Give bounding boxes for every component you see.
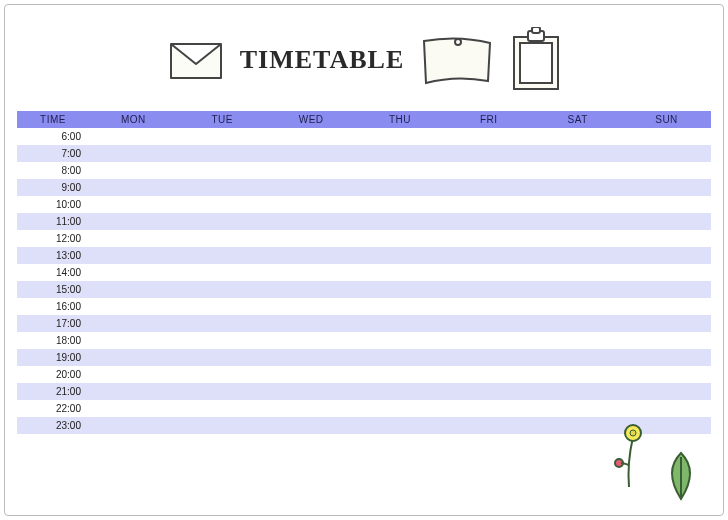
slot-cell[interactable] (89, 332, 178, 349)
slot-cell[interactable] (356, 162, 445, 179)
slot-cell[interactable] (89, 349, 178, 366)
slot-cell[interactable] (533, 128, 622, 145)
slot-cell[interactable] (622, 400, 711, 417)
slot-cell[interactable] (622, 366, 711, 383)
slot-cell[interactable] (178, 349, 267, 366)
slot-cell[interactable] (444, 366, 533, 383)
slot-cell[interactable] (533, 349, 622, 366)
slot-cell[interactable] (267, 247, 356, 264)
slot-cell[interactable] (444, 196, 533, 213)
slot-cell[interactable] (356, 349, 445, 366)
slot-cell[interactable] (267, 145, 356, 162)
slot-cell[interactable] (267, 332, 356, 349)
slot-cell[interactable] (356, 332, 445, 349)
slot-cell[interactable] (178, 213, 267, 230)
slot-cell[interactable] (89, 128, 178, 145)
slot-cell[interactable] (533, 247, 622, 264)
slot-cell[interactable] (444, 213, 533, 230)
slot-cell[interactable] (622, 196, 711, 213)
slot-cell[interactable] (444, 281, 533, 298)
slot-cell[interactable] (356, 298, 445, 315)
slot-cell[interactable] (178, 417, 267, 434)
slot-cell[interactable] (622, 349, 711, 366)
slot-cell[interactable] (444, 145, 533, 162)
slot-cell[interactable] (533, 298, 622, 315)
slot-cell[interactable] (89, 230, 178, 247)
slot-cell[interactable] (178, 247, 267, 264)
slot-cell[interactable] (267, 383, 356, 400)
slot-cell[interactable] (444, 349, 533, 366)
slot-cell[interactable] (356, 179, 445, 196)
slot-cell[interactable] (356, 264, 445, 281)
slot-cell[interactable] (533, 230, 622, 247)
slot-cell[interactable] (622, 247, 711, 264)
slot-cell[interactable] (267, 264, 356, 281)
slot-cell[interactable] (267, 366, 356, 383)
slot-cell[interactable] (178, 383, 267, 400)
slot-cell[interactable] (89, 145, 178, 162)
slot-cell[interactable] (356, 315, 445, 332)
slot-cell[interactable] (444, 264, 533, 281)
slot-cell[interactable] (356, 400, 445, 417)
slot-cell[interactable] (622, 213, 711, 230)
slot-cell[interactable] (89, 264, 178, 281)
slot-cell[interactable] (356, 366, 445, 383)
slot-cell[interactable] (267, 400, 356, 417)
slot-cell[interactable] (356, 281, 445, 298)
slot-cell[interactable] (356, 230, 445, 247)
slot-cell[interactable] (533, 179, 622, 196)
slot-cell[interactable] (444, 128, 533, 145)
slot-cell[interactable] (178, 400, 267, 417)
slot-cell[interactable] (533, 281, 622, 298)
slot-cell[interactable] (267, 196, 356, 213)
slot-cell[interactable] (178, 179, 267, 196)
slot-cell[interactable] (444, 230, 533, 247)
slot-cell[interactable] (444, 179, 533, 196)
slot-cell[interactable] (533, 264, 622, 281)
slot-cell[interactable] (267, 417, 356, 434)
slot-cell[interactable] (444, 315, 533, 332)
slot-cell[interactable] (356, 213, 445, 230)
slot-cell[interactable] (356, 196, 445, 213)
slot-cell[interactable] (622, 145, 711, 162)
slot-cell[interactable] (622, 298, 711, 315)
slot-cell[interactable] (178, 332, 267, 349)
slot-cell[interactable] (444, 400, 533, 417)
slot-cell[interactable] (444, 247, 533, 264)
slot-cell[interactable] (178, 145, 267, 162)
slot-cell[interactable] (89, 315, 178, 332)
slot-cell[interactable] (622, 128, 711, 145)
slot-cell[interactable] (533, 400, 622, 417)
slot-cell[interactable] (533, 213, 622, 230)
slot-cell[interactable] (178, 230, 267, 247)
slot-cell[interactable] (444, 298, 533, 315)
slot-cell[interactable] (267, 230, 356, 247)
slot-cell[interactable] (533, 145, 622, 162)
slot-cell[interactable] (178, 162, 267, 179)
slot-cell[interactable] (267, 213, 356, 230)
slot-cell[interactable] (444, 417, 533, 434)
slot-cell[interactable] (622, 315, 711, 332)
slot-cell[interactable] (89, 247, 178, 264)
slot-cell[interactable] (178, 298, 267, 315)
slot-cell[interactable] (267, 298, 356, 315)
slot-cell[interactable] (89, 366, 178, 383)
slot-cell[interactable] (89, 281, 178, 298)
slot-cell[interactable] (89, 298, 178, 315)
slot-cell[interactable] (444, 162, 533, 179)
slot-cell[interactable] (622, 332, 711, 349)
slot-cell[interactable] (178, 264, 267, 281)
slot-cell[interactable] (622, 264, 711, 281)
slot-cell[interactable] (178, 281, 267, 298)
slot-cell[interactable] (444, 332, 533, 349)
slot-cell[interactable] (622, 383, 711, 400)
slot-cell[interactable] (622, 230, 711, 247)
slot-cell[interactable] (267, 179, 356, 196)
slot-cell[interactable] (356, 417, 445, 434)
slot-cell[interactable] (533, 196, 622, 213)
slot-cell[interactable] (178, 366, 267, 383)
slot-cell[interactable] (178, 196, 267, 213)
slot-cell[interactable] (356, 145, 445, 162)
slot-cell[interactable] (356, 247, 445, 264)
slot-cell[interactable] (89, 162, 178, 179)
